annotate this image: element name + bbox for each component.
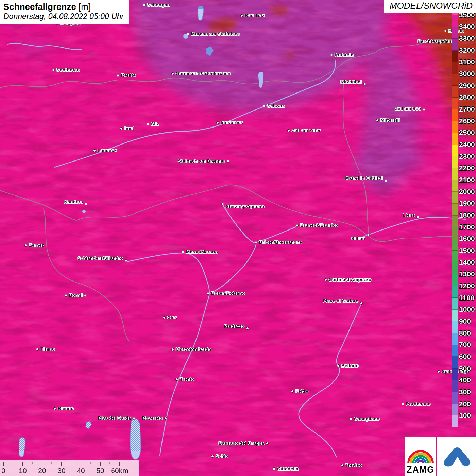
city-dot	[117, 74, 119, 77]
city-label: Bad Tölz	[245, 13, 265, 19]
city-label: Bassano del Grappa	[219, 440, 264, 446]
city-label: Zell am See	[395, 106, 421, 112]
city-label: Matrei in Osttirol	[345, 175, 383, 181]
city-dot	[182, 251, 184, 253]
city-dot	[216, 121, 219, 124]
legend-value: 2000	[459, 188, 475, 196]
city-label: Berchtesgaden	[418, 38, 452, 45]
city-dot	[296, 224, 299, 227]
legend-value: 3400	[459, 22, 475, 31]
city-dot	[423, 108, 425, 111]
city-label: Cles	[167, 314, 177, 321]
page-title: Schneefallgrenze	[3, 2, 76, 12]
city-dot	[263, 105, 266, 107]
legend-value: 2400	[459, 140, 475, 149]
legend-value: 3200	[459, 46, 475, 54]
city-dot	[36, 348, 39, 351]
city-dot	[93, 149, 96, 152]
city-dot	[246, 327, 249, 330]
city-dot	[337, 364, 340, 367]
legend-value: 800	[459, 329, 471, 337]
city-label: Innsbruck	[221, 120, 243, 126]
legend-color-segment	[452, 369, 458, 380]
legend-value: 3300	[459, 34, 475, 42]
city-label: Cortina d'Ampezzo	[329, 277, 371, 283]
city-label: Imst	[124, 125, 134, 132]
city-dot	[341, 464, 344, 467]
city-dot	[385, 180, 387, 182]
city-label: Schongau	[147, 2, 170, 8]
zamg-logo: ZAMG	[405, 437, 436, 476]
city-dot	[163, 316, 166, 319]
city-dot	[52, 69, 55, 71]
legend-value: 600	[459, 353, 471, 361]
city-label: Lienz	[403, 212, 415, 218]
legend-value: 400	[459, 376, 471, 384]
legend-color-segment	[452, 51, 458, 63]
city-dot	[227, 160, 230, 163]
city-label: Kitzbühel	[340, 79, 362, 85]
city-dot	[85, 203, 87, 205]
legend-color-segment	[452, 27, 458, 39]
legend-value: 2200	[459, 164, 475, 172]
legend-color-segment	[452, 86, 458, 98]
legend-value: 1700	[459, 223, 475, 231]
model-label: MODEL/SNOWGRiD	[390, 1, 473, 11]
legend-value: 300	[459, 388, 471, 396]
title-line: Schneefallgrenze [m]	[3, 2, 124, 12]
legend-color-segment	[452, 15, 458, 27]
city-label: Mittersill	[380, 117, 400, 123]
legend-color-segment	[452, 415, 458, 427]
legend-color-segment	[452, 216, 458, 227]
legend-color-segment	[452, 404, 458, 416]
city-label: Tirano	[40, 346, 55, 352]
scalebar-labels: 0102030405060km	[0, 466, 139, 475]
city-label: Schwaz	[267, 103, 285, 109]
model-label-box: MODEL/SNOWGRiD	[384, 0, 476, 13]
city-label: Bienno	[58, 406, 74, 412]
city-label: Schlanders/Silandro	[78, 255, 123, 261]
legend-value: 1000	[459, 305, 475, 313]
city-dot	[417, 216, 419, 218]
city-label: Pordenone	[406, 401, 430, 407]
legend-color-segment	[452, 168, 458, 180]
city-dot	[266, 442, 269, 445]
legend-color-segment	[452, 180, 458, 192]
legend-color-segment	[452, 145, 458, 157]
legend-color-segment	[452, 74, 458, 86]
legend-color-segment	[452, 227, 458, 239]
scalebar-label: 20	[38, 466, 46, 475]
legend-color-segment	[452, 62, 458, 74]
scale-ruler	[0, 461, 139, 467]
city-dot	[291, 390, 294, 393]
legend-value: 1200	[459, 282, 475, 290]
legend-labels: 3500340033003200310030002900280027002600…	[459, 3, 476, 427]
legend-color-segment	[452, 156, 458, 168]
legend-value: 200	[459, 400, 471, 408]
scale-bar: 0102030405060km	[0, 460, 139, 476]
legend-value: 100	[459, 411, 471, 420]
legend-value: 2500	[459, 129, 475, 137]
city-label: Schio	[216, 453, 228, 459]
city-label: Silz	[151, 121, 159, 127]
legend-color-segment	[452, 274, 458, 286]
city-dot	[187, 33, 189, 35]
map-canvas: SchongauBad TölzKemptenMurnau am Staffel…	[0, 0, 476, 476]
legend-color-segment	[452, 286, 458, 298]
city-dot	[330, 54, 333, 56]
legend-value: 1300	[459, 270, 475, 278]
legend-color-segment	[452, 192, 458, 204]
lake-reschensee	[82, 210, 86, 213]
zamg-rainbow-icon	[407, 446, 434, 464]
city-label: Pieve di Cadore	[323, 298, 358, 304]
city-dot	[350, 418, 352, 420]
legend-color-segment	[452, 333, 458, 345]
city-dot	[125, 259, 128, 262]
mountain-logo-icon	[441, 444, 472, 469]
legend-value: 2800	[459, 93, 475, 101]
legend-color-segment	[452, 109, 458, 121]
city-label: Belluno	[341, 363, 359, 369]
city-label: Cittadella	[277, 466, 299, 472]
city-dot	[402, 403, 404, 405]
city-label: Zell am Ziller	[292, 128, 321, 134]
